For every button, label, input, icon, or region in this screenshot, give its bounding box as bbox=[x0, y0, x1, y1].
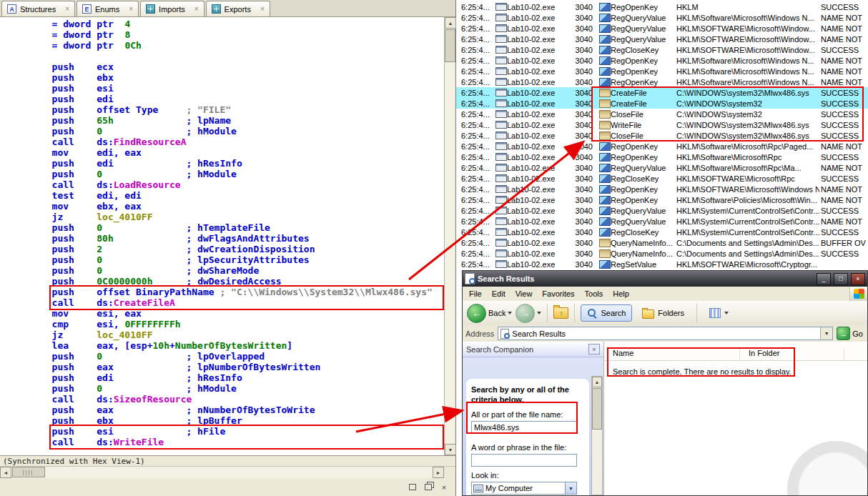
address-dropdown-icon[interactable]: ▼ bbox=[820, 327, 832, 339]
scroll-up-icon[interactable]: ▲ bbox=[592, 377, 602, 387]
procmon-row[interactable]: 6:25:4...Lab10-02.exe3040RegSetValueHKLM… bbox=[456, 259, 868, 269]
procmon-operation: QueryNameInfo... bbox=[611, 249, 676, 258]
procmon-row[interactable]: 6:25:4...Lab10-02.exe3040RegQueryValueHK… bbox=[456, 12, 868, 23]
procmon-row[interactable]: 6:25:4...Lab10-02.exe3040WriteFileC:\WIN… bbox=[456, 119, 868, 130]
close-button[interactable]: × bbox=[851, 273, 865, 285]
procmon-row[interactable]: 6:25:4...Lab10-02.exe3040RegOpenKeyHKLM\… bbox=[456, 55, 868, 66]
menu-favorites[interactable]: Favorites bbox=[537, 288, 579, 299]
minimize-button[interactable]: _ bbox=[817, 273, 831, 285]
companion-close-icon[interactable]: × bbox=[588, 344, 600, 354]
tab-close-icon[interactable]: × bbox=[65, 5, 69, 13]
procmon-pid: 3040 bbox=[571, 153, 593, 162]
results-message: Search is complete. There are no results… bbox=[613, 367, 867, 376]
go-icon: → bbox=[837, 327, 850, 340]
procmon-row[interactable]: 6:25:4...Lab10-02.exe3040RegQueryValueHK… bbox=[456, 162, 868, 173]
results-header: Name In Folder bbox=[604, 342, 867, 361]
procmon-path: HKLM\SOFTWARE\Microsoft\Window... bbox=[676, 46, 819, 54]
registry-icon bbox=[599, 185, 611, 194]
procmon-row[interactable]: 6:25:4...Lab10-02.exe3040RegQueryValueHK… bbox=[456, 23, 868, 34]
tab-imports[interactable]: Imports× bbox=[140, 1, 204, 16]
tab-close-icon[interactable]: × bbox=[194, 5, 199, 13]
address-input[interactable]: Search Results ▼ bbox=[498, 327, 833, 340]
search-button[interactable]: Search bbox=[581, 304, 632, 322]
title-bar[interactable]: Search Results _ □ × bbox=[463, 271, 867, 287]
maximize-button[interactable]: □ bbox=[834, 273, 848, 285]
windows-cascade-icon[interactable] bbox=[423, 482, 434, 492]
procmon-row[interactable]: 6:25:4...Lab10-02.exe3040RegOpenKeyHKLMS… bbox=[456, 1, 868, 12]
menu-help[interactable]: Help bbox=[608, 288, 634, 299]
menu-edit[interactable]: Edit bbox=[487, 288, 511, 299]
procmon-row[interactable]: 6:25:4...Lab10-02.exe3040CreateFileC:\WI… bbox=[456, 98, 868, 109]
scroll-left-icon[interactable]: ◄ bbox=[0, 467, 11, 478]
procmon-row[interactable]: 6:25:4...Lab10-02.exe3040RegCloseKeyHKLM… bbox=[456, 173, 868, 184]
scrollbar-thumb[interactable] bbox=[445, 29, 455, 62]
companion-scrollbar[interactable]: ▲ bbox=[591, 376, 603, 495]
toolbar: ← Back → ↑ Search Folders bbox=[463, 301, 867, 326]
tab-enums[interactable]: EEnums× bbox=[77, 1, 139, 16]
procmon-process-name: Lab10-02.exe bbox=[507, 121, 571, 129]
tab-exports[interactable]: Exports× bbox=[206, 1, 270, 16]
ida-vertical-scrollbar[interactable]: ▲ ▼ bbox=[444, 17, 455, 455]
procmon-row[interactable]: 6:25:4...Lab10-02.exe3040RegQueryValueHK… bbox=[456, 205, 868, 216]
phrase-input[interactable] bbox=[471, 454, 577, 467]
address-bar: Address Search Results ▼ → Go bbox=[463, 325, 867, 342]
procmon-row[interactable]: 6:25:4...Lab10-02.exe3040RegOpenKeyHKLM\… bbox=[456, 194, 868, 205]
procmon-row[interactable]: 6:25:4...Lab10-02.exe3040RegOpenKeyHKLM\… bbox=[456, 141, 868, 152]
menu-file[interactable]: File bbox=[464, 288, 487, 299]
file-icon bbox=[599, 121, 611, 129]
ida-tab-bar: AStructures×EEnums×Imports×Exports× bbox=[0, 0, 455, 17]
procmon-row[interactable]: 6:25:4...Lab10-02.exe3040RegOpenKeyHKLM\… bbox=[456, 184, 868, 194]
procmon-row[interactable]: 6:25:4...Lab10-02.exe3040RegCloseKeyHKLM… bbox=[456, 227, 868, 237]
procmon-row[interactable]: 6:25:4...Lab10-02.exe3040RegOpenKeyHKLM\… bbox=[456, 152, 868, 162]
procmon-row[interactable]: 6:25:4...Lab10-02.exe3040CloseFileC:\WIN… bbox=[456, 130, 868, 141]
scrollbar-thumb[interactable] bbox=[12, 467, 45, 477]
procmon-pid: 3040 bbox=[571, 14, 593, 22]
up-folder-button[interactable]: ↑ bbox=[553, 307, 568, 319]
tab-close-icon[interactable]: × bbox=[260, 5, 265, 13]
back-button[interactable]: ← Back bbox=[467, 304, 512, 323]
forward-dropdown-icon[interactable] bbox=[537, 312, 541, 314]
procmon-pid: 3040 bbox=[571, 207, 593, 215]
tab-structures[interactable]: AStructures× bbox=[1, 1, 75, 16]
procmon-result: SUCCESS bbox=[819, 121, 868, 129]
procmon-row[interactable]: 6:25:4...Lab10-02.exe3040RegOpenKeyHKLM\… bbox=[456, 76, 868, 87]
procmon-row[interactable]: 6:25:4...Lab10-02.exe3040RegQueryValueHK… bbox=[456, 216, 868, 227]
file-name-input[interactable] bbox=[471, 421, 577, 434]
go-button[interactable]: → Go bbox=[837, 327, 864, 340]
back-label: Back bbox=[488, 309, 505, 317]
look-in-dropdown-icon[interactable]: ▼ bbox=[565, 482, 576, 494]
scroll-up-icon[interactable]: ▲ bbox=[445, 17, 456, 29]
column-header-name[interactable]: Name bbox=[604, 349, 740, 360]
forward-button[interactable]: → bbox=[516, 304, 541, 323]
structures-icon: A bbox=[7, 4, 16, 14]
menu-tools[interactable]: Tools bbox=[580, 288, 608, 299]
procmon-row[interactable]: 6:25:4...Lab10-02.exe3040RegOpenKeyHKLM\… bbox=[456, 66, 868, 76]
scroll-right-icon[interactable]: ► bbox=[433, 467, 444, 478]
procmon-pid: 3040 bbox=[571, 164, 593, 172]
procmon-row[interactable]: 6:25:4...Lab10-02.exe3040CloseFileC:\WIN… bbox=[456, 109, 868, 119]
scrollbar-thumb[interactable] bbox=[592, 388, 602, 430]
restore-window-icon[interactable] bbox=[407, 482, 418, 492]
procmon-row[interactable]: 6:25:4...Lab10-02.exe3040CreateFileC:\WI… bbox=[456, 87, 868, 98]
disassembly-listing[interactable]: = dword ptr 4 = dword ptr 8 = dword ptr … bbox=[0, 17, 444, 455]
ida-horizontal-scrollbar[interactable]: ◄ ► bbox=[0, 467, 444, 478]
close-window-icon[interactable]: × bbox=[438, 482, 450, 492]
views-button[interactable] bbox=[703, 304, 735, 322]
procmon-row[interactable]: 6:25:4...Lab10-02.exe3040QueryNameInfo..… bbox=[456, 248, 868, 259]
procmon-row[interactable]: 6:25:4...Lab10-02.exe3040QueryNameInfo..… bbox=[456, 237, 868, 248]
procmon-row[interactable]: 6:25:4...Lab10-02.exe3040RegQueryValueHK… bbox=[456, 34, 868, 44]
folders-button[interactable]: Folders bbox=[636, 304, 691, 322]
look-in-select[interactable]: My Computer ▼ bbox=[471, 482, 577, 495]
menu-view[interactable]: View bbox=[511, 288, 538, 299]
scroll-down-icon[interactable]: ▼ bbox=[445, 444, 456, 455]
code-line: push eax ; nNumberOfBytesToWrite bbox=[7, 405, 444, 415]
procmon-process-name: Lab10-02.exe bbox=[507, 142, 571, 151]
procmon-result: NAME NOT bbox=[819, 196, 868, 204]
procmon-process-name: Lab10-02.exe bbox=[507, 217, 571, 226]
back-dropdown-icon[interactable] bbox=[508, 312, 512, 314]
tab-close-icon[interactable]: × bbox=[129, 5, 133, 13]
procmon-time: 6:25:4... bbox=[456, 164, 495, 172]
companion-header: Search Companion × bbox=[463, 342, 603, 357]
procmon-row[interactable]: 6:25:4...Lab10-02.exe3040RegCloseKeyHKLM… bbox=[456, 44, 868, 55]
column-header-in-folder[interactable]: In Folder bbox=[740, 349, 844, 360]
